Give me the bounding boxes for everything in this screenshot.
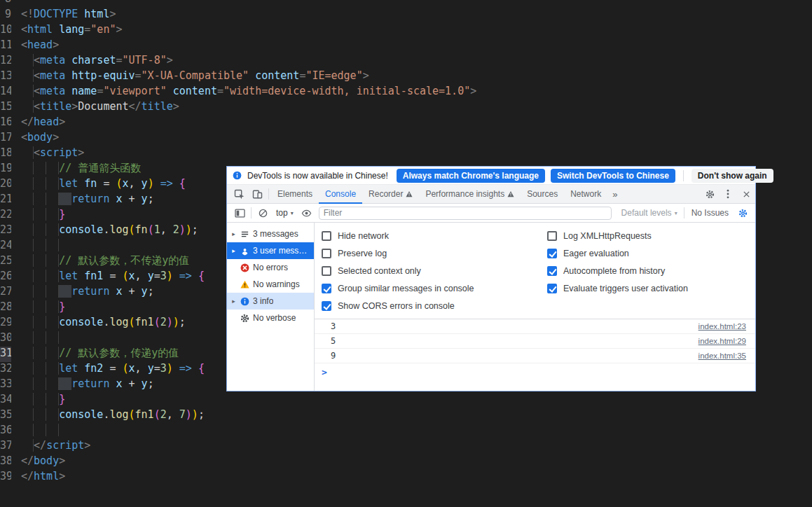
console-setting-autocomplete-from-history[interactable]: Autocomplete from history <box>547 262 688 279</box>
line-number: 18 <box>0 146 11 162</box>
prompt-chevron-icon: > <box>322 367 327 377</box>
code-line[interactable]: 16</head> <box>0 116 812 131</box>
code-text <box>11 424 59 439</box>
checkbox <box>547 284 557 293</box>
console-setting-preserve-log[interactable]: Preserve log <box>322 244 547 262</box>
sidebar-item-label: No warnings <box>253 279 300 289</box>
code-line[interactable]: 17<body> <box>0 131 812 146</box>
infobar-button-don-t-show-again[interactable]: Don't show again <box>691 169 773 183</box>
code-text: // 默认参数，传递y的值 <box>11 347 179 362</box>
sidebar-item-label: 3 info <box>253 296 273 306</box>
console-sidebar-toggle-icon[interactable] <box>230 204 249 222</box>
checkbox <box>322 249 331 258</box>
line-number: 29 <box>0 316 11 331</box>
code-line[interactable]: 37 </script> <box>0 439 812 454</box>
code-text: <body> <box>11 131 59 146</box>
code-text: </html> <box>11 470 65 485</box>
infobar-button-switch-devtools-to-chinese[interactable]: Switch DevTools to Chinese <box>551 169 675 183</box>
live-expression-eye-icon[interactable] <box>298 204 316 222</box>
devtools-tabbar: ElementsConsoleRecorderPerformance insig… <box>227 185 755 204</box>
kebab-menu-icon[interactable] <box>719 185 737 203</box>
line-number: 9 <box>0 8 11 23</box>
console-setting-log-xmlhttprequests[interactable]: Log XMLHttpRequests <box>547 227 688 244</box>
sidebar-item-3-info[interactable]: ▸3 info <box>227 293 314 310</box>
device-toolbar-icon[interactable] <box>248 185 266 203</box>
code-line[interactable]: 38</body> <box>0 454 812 470</box>
console-prompt[interactable]: > <box>315 363 755 380</box>
sidebar-item-3-user-mess[interactable]: ▸3 user mess… <box>227 242 314 259</box>
console-setting-selected-context-only[interactable]: Selected context only <box>322 262 547 279</box>
infobar-button-always-match-chrome-s-language[interactable]: Always match Chrome's language <box>397 169 545 183</box>
code-line[interactable]: 10<html lang="en"> <box>0 23 812 39</box>
code-text: <script> <box>11 146 84 162</box>
code-line[interactable]: 8 <box>0 0 812 8</box>
code-text: let fn2 = (x, y=3) => { <box>11 362 205 377</box>
code-line[interactable]: 14 <meta name="viewport" content="width=… <box>0 85 812 100</box>
sidebar-item-no-warnings[interactable]: No warnings <box>227 276 314 293</box>
sidebar-item-3-messages[interactable]: ▸3 messages <box>227 225 314 242</box>
close-icon[interactable] <box>737 185 755 203</box>
code-line[interactable]: 35 console.log(fn1(2, 7)); <box>0 408 812 424</box>
code-line[interactable]: 34 } <box>0 393 812 408</box>
divider <box>683 170 684 181</box>
inspect-icon[interactable] <box>230 185 248 203</box>
issues-counter[interactable]: No Issues <box>687 208 734 218</box>
setting-label: Show CORS errors in console <box>338 301 455 311</box>
source-link[interactable]: index.html:23 <box>699 322 746 331</box>
checkbox <box>547 266 557 276</box>
code-text: // 默认参数，不传递y的值 <box>11 254 189 270</box>
line-number: 15 <box>0 100 11 116</box>
settings-gear-icon[interactable] <box>701 185 719 203</box>
screen: 89<!DOCTYPE html>10<html lang="en">11<he… <box>0 0 812 507</box>
setting-label: Evaluate triggers user activation <box>563 284 688 293</box>
console-setting-eager-evaluation[interactable]: Eager evaluation <box>547 244 688 262</box>
console-setting-hide-network[interactable]: Hide network <box>322 227 547 244</box>
console-setting-evaluate-triggers-user-activation[interactable]: Evaluate triggers user activation <box>547 279 688 297</box>
warning-badge-icon <box>406 190 413 197</box>
console-settings-gear-icon[interactable] <box>734 204 752 222</box>
log-levels-selector[interactable]: Default levels ▾ <box>617 208 682 218</box>
sidebar-item-label: No errors <box>253 263 288 272</box>
console-setting-show-cors-errors-in-console[interactable]: Show CORS errors in console <box>322 297 547 314</box>
filter-input[interactable] <box>319 207 612 220</box>
tab-performance-insights[interactable]: Performance insights <box>419 185 521 204</box>
divider <box>684 207 684 218</box>
code-line[interactable]: 11<head> <box>0 39 812 54</box>
sidebar-item-no-verbose[interactable]: No verbose <box>227 310 314 326</box>
code-line[interactable]: 39</html> <box>0 470 812 485</box>
clear-console-icon[interactable] <box>254 204 272 222</box>
code-text: console.log(fn1(2, 7)); <box>11 408 205 424</box>
code-text: return x + y; <box>11 193 154 208</box>
line-number: 35 <box>0 408 11 424</box>
setting-label: Preserve log <box>338 249 387 258</box>
code-line[interactable]: 18 <script> <box>0 146 812 162</box>
context-selector[interactable]: top ▾ <box>272 208 298 218</box>
line-number: 23 <box>0 223 11 239</box>
source-link[interactable]: index.html:35 <box>699 352 746 360</box>
source-link[interactable]: index.html:29 <box>699 337 746 345</box>
code-line[interactable]: 9<!DOCTYPE html> <box>0 8 812 23</box>
tab-console[interactable]: Console <box>319 185 362 204</box>
code-text: // 普通箭头函数 <box>11 162 141 177</box>
tab-recorder[interactable]: Recorder <box>362 185 419 204</box>
tab-sources[interactable]: Sources <box>521 185 564 204</box>
line-number: 32 <box>0 362 11 377</box>
sidebar-item-no-errors[interactable]: No errors <box>227 259 314 276</box>
log-value: 9 <box>331 351 336 361</box>
code-line[interactable]: 13 <meta http-equiv="X-UA-Compatible" co… <box>0 69 812 85</box>
tab-network[interactable]: Network <box>564 185 607 204</box>
tab-elements[interactable]: Elements <box>271 185 319 204</box>
more-tabs-button[interactable]: » <box>607 189 622 200</box>
code-line[interactable]: 15 <title>Document</title> <box>0 100 812 116</box>
line-number: 33 <box>0 377 11 393</box>
devtools-language-infobar: DevTools is now available in Chinese! Al… <box>227 167 755 185</box>
line-number: 20 <box>0 177 11 193</box>
code-text: <meta http-equiv="X-UA-Compatible" conte… <box>11 69 369 85</box>
code-text: } <box>11 393 65 408</box>
code-text: return x + y; <box>11 377 154 393</box>
console-messages: 3index.html:235index.html:299index.html:… <box>315 319 755 363</box>
info-icon <box>233 171 242 180</box>
code-line[interactable]: 12 <meta charset="UTF-8"> <box>0 54 812 69</box>
console-setting-group-similar-messages-in-console[interactable]: Group similar messages in console <box>322 279 547 297</box>
code-line[interactable]: 36 <box>0 424 812 439</box>
